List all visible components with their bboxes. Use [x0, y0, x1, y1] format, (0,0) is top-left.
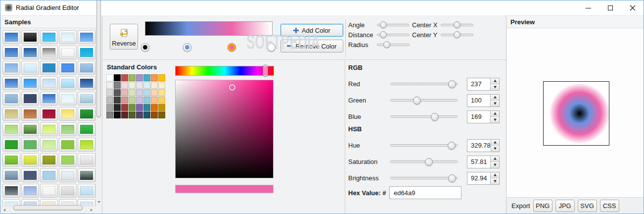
spinner-up-button[interactable] — [491, 111, 499, 117]
standard-color-swatch[interactable] — [136, 111, 143, 118]
standard-color-swatch[interactable] — [151, 104, 158, 111]
sample-swatch[interactable] — [21, 76, 39, 90]
standard-color-swatch[interactable] — [143, 111, 150, 118]
standard-color-swatch[interactable] — [106, 89, 113, 96]
sample-swatch[interactable] — [40, 61, 58, 75]
standard-color-swatch[interactable] — [121, 111, 128, 118]
standard-color-swatch[interactable] — [151, 89, 158, 96]
sample-swatch[interactable] — [40, 168, 58, 182]
hue-handle[interactable] — [263, 65, 268, 77]
remove-color-button[interactable]: Remove Color — [280, 40, 343, 53]
export-css-button[interactable]: CSS — [600, 200, 619, 212]
spinner-value[interactable]: 92.94 — [467, 172, 490, 184]
sample-swatch[interactable] — [78, 168, 95, 182]
spinner-up-button[interactable] — [491, 172, 499, 178]
standard-color-swatch[interactable] — [158, 97, 165, 104]
sample-swatch[interactable] — [21, 107, 39, 121]
sample-swatch[interactable] — [59, 46, 77, 59]
gradient-stop-handle[interactable] — [267, 43, 276, 52]
samples-horizontal-scrollbar[interactable] — [0, 206, 95, 214]
standard-color-swatch[interactable] — [143, 89, 150, 96]
sample-swatch[interactable] — [21, 153, 39, 167]
sample-swatch[interactable] — [78, 107, 95, 121]
export-png-button[interactable]: PNG — [533, 200, 552, 212]
minimize-button[interactable] — [578, 0, 598, 15]
sample-swatch[interactable] — [59, 61, 77, 75]
sample-swatch[interactable] — [40, 184, 58, 198]
standard-color-swatch[interactable] — [114, 97, 121, 104]
sample-swatch[interactable] — [2, 46, 20, 59]
sample-swatch[interactable] — [2, 92, 20, 106]
standard-color-swatch[interactable] — [136, 89, 143, 96]
gradient-strip[interactable] — [145, 21, 273, 36]
slider-thumb[interactable] — [383, 41, 390, 48]
slider-thumb[interactable] — [425, 158, 433, 166]
spinner-up-button[interactable] — [491, 156, 499, 162]
sample-swatch[interactable] — [78, 46, 95, 59]
sample-swatch[interactable] — [2, 107, 20, 121]
sample-swatch[interactable] — [21, 184, 39, 198]
sample-swatch[interactable] — [21, 61, 39, 75]
standard-color-swatch[interactable] — [114, 104, 121, 111]
sample-swatch[interactable] — [21, 168, 39, 182]
sample-swatch[interactable] — [2, 30, 20, 44]
spinner-up-button[interactable] — [491, 95, 499, 101]
vertical-scroll-thumb[interactable] — [96, 0, 101, 117]
sample-swatch[interactable] — [21, 92, 39, 106]
sample-swatch[interactable] — [78, 76, 95, 90]
standard-color-swatch[interactable] — [121, 104, 128, 111]
radius-slider[interactable] — [377, 44, 410, 46]
standard-color-swatch[interactable] — [121, 82, 128, 89]
slider-thumb[interactable] — [380, 21, 387, 28]
saturation-slider[interactable] — [390, 160, 458, 163]
standard-color-swatch[interactable] — [114, 82, 121, 89]
standard-color-swatch[interactable] — [129, 89, 136, 96]
sample-swatch[interactable] — [78, 122, 95, 136]
slider-thumb[interactable] — [454, 31, 460, 38]
sample-swatch[interactable] — [40, 76, 58, 90]
standard-color-swatch[interactable] — [136, 97, 143, 104]
standard-color-swatch[interactable] — [129, 111, 136, 118]
spinner-value[interactable]: 169 — [467, 111, 490, 123]
sample-swatch[interactable] — [2, 61, 20, 75]
export-jpg-button[interactable]: JPG — [555, 200, 575, 212]
spinner-value[interactable]: 329.78 — [467, 140, 491, 152]
standard-color-swatch[interactable] — [143, 74, 150, 81]
hue-strip[interactable] — [175, 66, 274, 76]
sample-swatch[interactable] — [21, 138, 39, 152]
standard-color-swatch[interactable] — [121, 74, 128, 81]
spinner-value[interactable]: 57.81 — [467, 156, 490, 168]
spinner-down-button[interactable] — [491, 84, 499, 90]
color-field-cursor[interactable] — [229, 84, 235, 91]
sample-swatch[interactable] — [2, 153, 20, 167]
sample-swatch[interactable] — [59, 153, 77, 167]
standard-color-swatch[interactable] — [136, 104, 143, 111]
standard-color-swatch[interactable] — [129, 97, 136, 104]
standard-color-swatch[interactable] — [136, 74, 143, 81]
spinner-up-button[interactable] — [491, 78, 499, 84]
sample-swatch[interactable] — [59, 76, 77, 90]
sample-swatch[interactable] — [2, 168, 20, 182]
spinner-down-button[interactable] — [491, 161, 499, 168]
spinner-value[interactable]: 100 — [467, 95, 490, 107]
standard-color-swatch[interactable] — [114, 89, 121, 96]
sample-swatch[interactable] — [40, 92, 58, 106]
slider-thumb[interactable] — [380, 31, 387, 38]
sample-swatch[interactable] — [40, 138, 58, 152]
sample-swatch[interactable] — [2, 76, 20, 90]
blue-slider[interactable] — [390, 115, 458, 118]
gradient-stop-handle[interactable] — [183, 43, 191, 52]
standard-color-swatch[interactable] — [151, 111, 158, 118]
sample-swatch[interactable] — [40, 107, 58, 121]
spinner-up-button[interactable] — [491, 140, 499, 146]
standard-color-swatch[interactable] — [129, 74, 136, 81]
sample-swatch[interactable] — [21, 30, 39, 44]
sample-swatch[interactable] — [78, 184, 95, 198]
spinner-value[interactable]: 237 — [467, 78, 490, 90]
sample-swatch[interactable] — [78, 153, 95, 167]
standard-color-swatch[interactable] — [151, 97, 158, 104]
sample-swatch[interactable] — [59, 168, 77, 182]
brightness-slider[interactable] — [390, 177, 458, 179]
sample-swatch[interactable] — [2, 138, 20, 152]
sample-swatch[interactable] — [59, 107, 77, 121]
